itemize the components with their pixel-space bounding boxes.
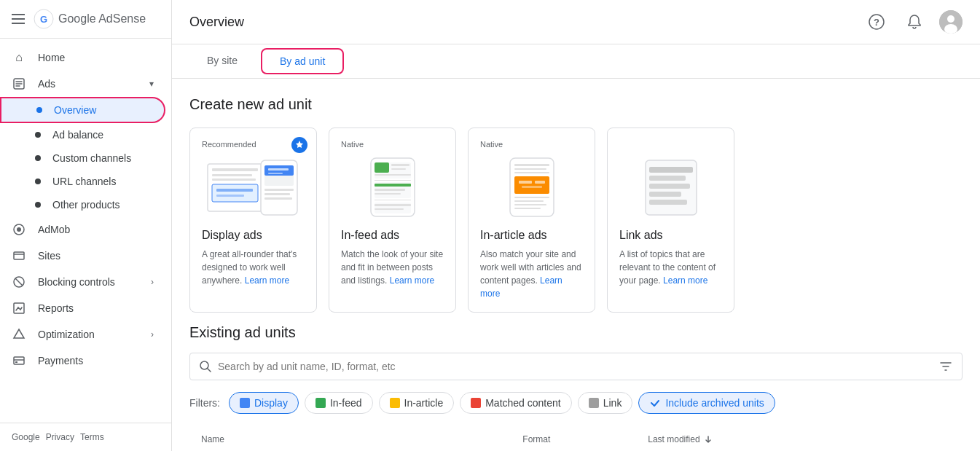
sidebar-item-payments[interactable]: Payments [0, 348, 165, 374]
filter-chip-matched-content[interactable]: Matched content [460, 392, 572, 414]
col-name[interactable]: Name [189, 425, 511, 451]
include-archived-toggle[interactable]: Include archived units [638, 392, 775, 414]
sidebar-item-ads[interactable]: Ads ▾ [0, 71, 165, 97]
svg-rect-29 [264, 193, 290, 195]
sidebar-item-label: AdMob [38, 224, 70, 235]
ads-icon [12, 77, 26, 91]
svg-rect-44 [375, 204, 411, 206]
svg-rect-21 [216, 189, 253, 192]
link-chip-label: Link [603, 397, 622, 409]
svg-rect-45 [375, 208, 404, 210]
search-icon [199, 360, 212, 373]
svg-rect-27 [268, 173, 283, 174]
terms-link[interactable]: Terms [80, 432, 104, 442]
chevron-down-icon: ▾ [149, 79, 154, 89]
link-learn-more[interactable]: Learn more [663, 275, 707, 286]
svg-point-14 [947, 15, 954, 23]
infeed-badge: Native [341, 140, 444, 149]
inarticle-card-title: In-article ads [480, 229, 583, 242]
filter-chip-inarticle[interactable]: In-article [379, 392, 455, 414]
payments-icon [12, 353, 26, 368]
ad-card-infeed[interactable]: Native [329, 128, 456, 313]
svg-rect-61 [649, 184, 690, 189]
sidebar-item-label: Home [38, 52, 65, 63]
help-icon: ? [869, 14, 885, 30]
display-learn-more[interactable]: Learn more [245, 275, 289, 286]
main-content: Overview ? [172, 0, 980, 451]
svg-rect-18 [212, 174, 252, 176]
chevron-right-icon-opt: › [151, 329, 154, 340]
existing-section-title: Existing ad units [189, 324, 963, 341]
overview-dot-icon [36, 107, 42, 113]
custom-channels-dot-icon [35, 155, 41, 161]
sidebar-item-reports[interactable]: Reports [0, 295, 165, 321]
hamburger-menu[interactable] [12, 14, 25, 24]
inarticle-chip-label: In-article [404, 397, 444, 409]
svg-text:G: G [40, 14, 47, 25]
ad-balance-dot-icon [35, 132, 41, 138]
filter-icon[interactable] [938, 359, 953, 374]
sidebar-item-label: Sites [38, 250, 60, 262]
tab-by-ad-unit[interactable]: By ad unit [261, 48, 344, 74]
search-input[interactable] [218, 361, 933, 372]
other-products-dot-icon [35, 202, 41, 208]
col-format[interactable]: Format [511, 425, 636, 451]
chevron-right-icon: › [151, 277, 154, 287]
inarticle-chip-color [390, 398, 400, 408]
link-card-title: Link ads [619, 229, 722, 242]
svg-rect-37 [375, 180, 411, 181]
svg-rect-57 [514, 208, 541, 209]
filter-chip-link[interactable]: Link [578, 392, 633, 414]
svg-rect-28 [264, 189, 294, 191]
sidebar-item-optimization[interactable]: Optimization › [0, 321, 165, 348]
sidebar-item-label: Optimization [38, 329, 95, 340]
svg-rect-20 [212, 184, 258, 202]
svg-rect-30 [264, 197, 292, 200]
ad-card-display[interactable]: Recommended [189, 128, 317, 313]
tabs-bar: By site By ad unit [172, 44, 980, 79]
privacy-link[interactable]: Privacy [46, 432, 74, 442]
infeed-learn-more[interactable]: Learn more [390, 275, 434, 286]
sidebar-item-custom-channels[interactable]: Custom channels [0, 146, 165, 170]
svg-rect-63 [649, 200, 687, 205]
svg-rect-49 [514, 172, 549, 173]
svg-rect-41 [375, 193, 401, 195]
table-header: Name Format Last modified [189, 425, 963, 451]
ad-units-table: Name Format Last modified [189, 425, 963, 451]
svg-rect-35 [391, 168, 406, 170]
filter-chip-display[interactable]: Display [229, 392, 299, 414]
recommended-badge [291, 137, 307, 153]
sidebar-item-admob[interactable]: AdMob [0, 216, 165, 243]
app-name: Google AdSense [58, 12, 146, 26]
sites-icon [12, 248, 26, 263]
filters-label: Filters: [189, 397, 220, 409]
sidebar-item-sites[interactable]: Sites [0, 243, 165, 269]
sidebar-item-overview[interactable]: Overview [0, 97, 165, 123]
admob-icon [12, 222, 26, 237]
ad-card-inarticle[interactable]: Native [468, 128, 595, 313]
svg-rect-50 [514, 176, 549, 194]
notification-button[interactable] [901, 9, 928, 35]
user-avatar[interactable] [939, 10, 963, 34]
sidebar-item-blocking-controls[interactable]: Blocking controls › [0, 269, 165, 295]
svg-rect-40 [375, 189, 405, 191]
google-link[interactable]: Google [12, 432, 40, 442]
url-channels-dot-icon [35, 179, 41, 184]
col-last-modified[interactable]: Last modified [636, 425, 831, 451]
tab-by-site[interactable]: By site [189, 44, 255, 79]
svg-rect-60 [649, 176, 686, 181]
sidebar-item-ad-balance[interactable]: Ad balance [0, 123, 165, 146]
sidebar-item-url-channels[interactable]: URL channels [0, 170, 165, 193]
svg-rect-22 [216, 195, 244, 197]
matched-content-chip-label: Matched content [485, 397, 561, 409]
help-button[interactable]: ? [863, 9, 890, 35]
sidebar-item-other-products[interactable]: Other products [0, 193, 165, 216]
svg-rect-17 [212, 168, 258, 171]
filter-chip-infeed[interactable]: In-feed [305, 392, 373, 414]
blocking-controls-icon [12, 275, 26, 289]
svg-rect-34 [391, 164, 409, 166]
sidebar-item-label: Blocking controls [38, 276, 115, 288]
sidebar-item-home[interactable]: ⌂ Home [0, 44, 165, 71]
infeed-illustration [341, 154, 444, 220]
ad-card-link[interactable]: Native Link ads [607, 128, 734, 313]
